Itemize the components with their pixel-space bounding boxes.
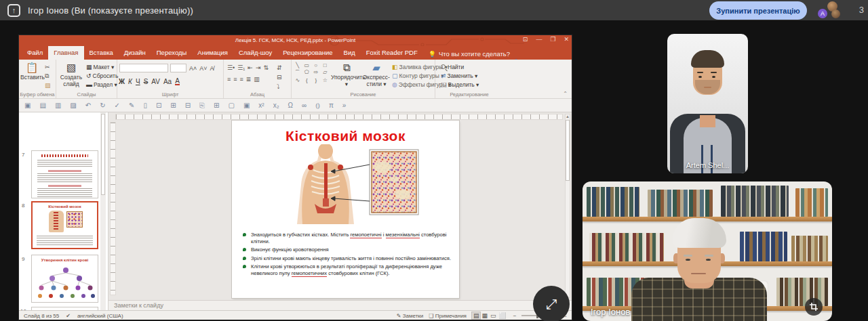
paste-button[interactable]: 📋 Вставить <box>20 62 43 81</box>
slide-9-thumbnail[interactable]: Утворення клітин крові <box>31 255 98 303</box>
shape-icon[interactable]: ▭ <box>302 62 312 68</box>
object-icon[interactable]: ∞ <box>302 102 307 109</box>
font-size-combobox[interactable] <box>170 64 186 72</box>
layout-button[interactable]: ▦Макет ▾ <box>86 64 114 70</box>
table-icon[interactable]: ⊟ <box>185 102 191 109</box>
align-text-icon[interactable]: ⊟ <box>277 74 282 81</box>
smartart-icon[interactable]: ⤵ <box>277 83 282 90</box>
select-button[interactable]: ⬚Выделить ▾ <box>441 81 479 88</box>
decrease-indent-icon[interactable]: ⇤ <box>248 64 253 71</box>
spelling-icon[interactable]: ✓ <box>115 102 120 109</box>
clear-format-icon[interactable]: A̸ <box>210 65 214 72</box>
shape-icon[interactable]: { <box>302 77 312 83</box>
italic-button[interactable]: К <box>128 78 132 85</box>
character-spacing-button[interactable]: AV <box>151 78 160 85</box>
print-preview-icon[interactable]: ⊡ <box>156 102 161 109</box>
bold-button[interactable]: Ж <box>119 78 125 85</box>
tab-Файл[interactable]: Файл <box>22 46 48 60</box>
bullets-icon[interactable]: ☰• <box>227 64 235 71</box>
shape-icon[interactable]: ⬠ <box>302 69 312 77</box>
increase-indent-icon[interactable]: ⇥ <box>256 64 261 71</box>
notes-toggle[interactable]: ✎ Заметки <box>397 313 424 319</box>
notes-pane[interactable]: Заметки к слайду <box>108 300 572 310</box>
close-icon[interactable]: ✕ <box>564 36 569 43</box>
save-icon[interactable]: ▤ <box>39 102 45 109</box>
subscript-icon[interactable]: x₂ <box>273 102 279 109</box>
crop-video-icon[interactable] <box>805 298 823 316</box>
shape-icon[interactable]: ⇨ <box>311 69 321 77</box>
quick-styles-button[interactable]: ▰ Экспресс-стили ▾ <box>362 62 391 87</box>
tab-Главная[interactable]: Главная <box>48 46 83 60</box>
layout-1-icon[interactable]: ▢ <box>228 102 234 109</box>
expand-presentation-button[interactable]: ⤢ <box>533 286 570 321</box>
font-color-button[interactable]: A <box>175 78 180 85</box>
insert-table-icon[interactable]: ⊞ <box>214 102 219 109</box>
zoom-out-icon[interactable]: − <box>513 313 517 319</box>
ribbon-options-icon[interactable]: ⊡ <box>523 36 528 43</box>
change-case-button[interactable]: Aa <box>163 78 172 85</box>
spellcheck-icon[interactable]: ✔ <box>66 313 71 319</box>
tab-Рецензирование[interactable]: Рецензирование <box>277 46 338 60</box>
brackets-icon[interactable]: ⦅⦆ <box>315 102 320 110</box>
grow-font-icon[interactable]: A˄ <box>189 65 197 72</box>
section-button[interactable]: ▬Раздел ▾ <box>86 81 117 88</box>
participants-cluster[interactable]: A <box>816 0 852 20</box>
save-as-icon[interactable]: ▥ <box>55 102 61 109</box>
language-indicator[interactable]: английский (США) <box>77 313 123 319</box>
strikethrough-button[interactable]: S <box>144 78 149 85</box>
shape-icon[interactable]: ∿ <box>293 77 302 83</box>
reading-view-icon[interactable]: ▭ <box>489 312 498 319</box>
new-slide-button[interactable]: ▧ Создать слайд <box>58 62 85 87</box>
tell-me-box[interactable]: 💡 Что вы хотите сделать? <box>429 50 510 60</box>
thumbnail-scrollbar[interactable] <box>100 112 106 310</box>
text-direction-icon[interactable]: ⇵ <box>277 64 282 71</box>
numbering-icon[interactable]: ☰₁ <box>237 64 245 71</box>
shape-icon[interactable]: ▱ <box>321 69 330 77</box>
more-icon[interactable]: » <box>342 102 347 109</box>
find-button[interactable]: Найти <box>441 64 464 70</box>
tab-Переходы[interactable]: Переходы <box>151 46 193 60</box>
stop-presentation-button[interactable]: Зупинити презентацію <box>709 1 807 20</box>
slideshow-view-icon[interactable]: ⬜ <box>497 312 507 319</box>
slide-show-icon[interactable]: ⊞ <box>170 102 176 109</box>
new-document-icon[interactable]: ▯ <box>143 102 147 109</box>
collapse-ribbon-icon[interactable]: ⌃ <box>563 91 568 97</box>
normal-view-icon[interactable]: ▤ <box>472 312 481 319</box>
vertical-scrollbar[interactable]: ▲ <box>565 114 570 298</box>
comments-toggle[interactable]: ❑ Примечания <box>429 313 467 319</box>
reset-button[interactable]: ↺Сбросить <box>86 72 118 79</box>
undo-icon[interactable]: ↶ <box>85 102 91 109</box>
slide-7-thumbnail[interactable] <box>31 150 98 198</box>
line-spacing-icon[interactable]: ⇅ <box>263 64 269 71</box>
justify-icon[interactable]: ≣ <box>246 76 252 83</box>
format-painter-icon[interactable]: ▨ <box>45 82 51 89</box>
shape-icon[interactable]: ⌒ <box>293 69 302 77</box>
symbol-omega-icon[interactable]: Ω <box>288 102 293 109</box>
shape-icon[interactable]: □ <box>321 62 330 68</box>
slide-sorter-view-icon[interactable]: ▦ <box>480 312 489 319</box>
shape-icon[interactable]: } <box>311 77 321 83</box>
shape-icon[interactable]: ○ <box>311 62 321 68</box>
slide-8-thumbnail-selected[interactable]: Кістковий мозок <box>31 201 98 249</box>
replace-button[interactable]: ⇄Заменить ▾ <box>441 72 477 79</box>
layout-2-icon[interactable]: ▣ <box>243 102 250 109</box>
folder-icon[interactable]: ▨ <box>70 102 76 109</box>
video-tile-igor[interactable]: Ігор Іонов <box>583 181 832 321</box>
redo-icon[interactable]: ↻ <box>100 102 105 109</box>
tab-Вставка[interactable]: Вставка <box>84 46 119 60</box>
minimize-icon[interactable]: — <box>536 36 542 43</box>
tab-Анимация[interactable]: Анимация <box>192 46 233 60</box>
tab-Дизайн[interactable]: Дизайн <box>119 46 151 60</box>
tab-Foxit Reader PDF[interactable]: Foxit Reader PDF <box>361 46 423 60</box>
slide-canvas[interactable]: Кістковий мозок <box>232 121 459 298</box>
columns-icon[interactable]: ▥ <box>254 76 260 83</box>
shape-icon[interactable]: ╲ <box>293 62 302 68</box>
cut-icon[interactable]: ✂ <box>45 64 51 70</box>
font-name-combobox[interactable] <box>119 64 168 72</box>
tab-Вид[interactable]: Вид <box>338 46 361 60</box>
horizontal-ruler[interactable] <box>115 114 563 120</box>
open-icon[interactable]: ▣ <box>24 102 31 109</box>
arrange-button[interactable]: ⧉ Упорядочить ▾ <box>331 62 362 87</box>
ppt-titlebar[interactable]: Лекція 5. ГСК, МСК, НСК, РЕД.pptx - Powe… <box>19 35 572 46</box>
format-painter-icon[interactable]: ✎ <box>129 102 134 109</box>
